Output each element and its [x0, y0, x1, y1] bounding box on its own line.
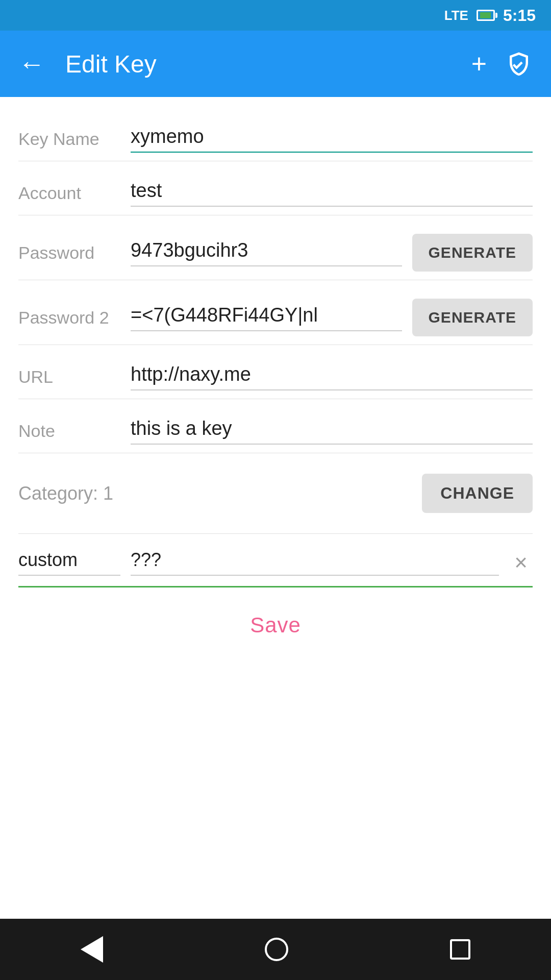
password-input[interactable] — [131, 239, 402, 266]
nav-recent-button[interactable] — [450, 939, 470, 960]
home-circle-icon — [265, 938, 288, 961]
nav-home-button[interactable] — [265, 938, 288, 961]
status-icons: LTE 5:15 — [444, 6, 536, 25]
app-bar-actions: + — [471, 50, 533, 78]
close-custom-button[interactable]: × — [509, 550, 533, 575]
form-content: Key Name Account Password GENERATE Passw… — [0, 97, 551, 663]
password2-label: Password 2 — [18, 308, 120, 328]
custom-field-row: × — [18, 534, 533, 587]
account-row: Account — [18, 161, 533, 215]
note-input[interactable] — [131, 418, 533, 445]
password-input-wrapper — [131, 239, 402, 266]
back-button[interactable]: ← — [18, 51, 45, 77]
status-bar: LTE 5:15 — [0, 0, 551, 31]
account-input-wrapper — [131, 180, 533, 207]
note-input-wrapper — [131, 418, 533, 445]
password-row: Password GENERATE — [18, 215, 533, 280]
note-label: Note — [18, 421, 120, 441]
url-label: URL — [18, 367, 120, 387]
add-button[interactable]: + — [471, 51, 487, 77]
category-row: Category: 1 CHANGE — [18, 453, 533, 534]
battery-icon — [477, 10, 495, 21]
key-name-row: Key Name — [18, 107, 533, 161]
password2-row: Password 2 GENERATE — [18, 280, 533, 345]
shield-icon[interactable] — [505, 50, 533, 78]
generate-password-button[interactable]: GENERATE — [412, 234, 533, 272]
page-title: Edit Key — [65, 50, 456, 78]
battery-fill — [480, 12, 491, 18]
password-label: Password — [18, 243, 120, 263]
custom-key-input[interactable] — [18, 549, 120, 576]
save-button[interactable]: Save — [250, 613, 301, 638]
time-display: 5:15 — [503, 6, 536, 25]
url-input[interactable] — [131, 363, 533, 390]
nav-bar — [0, 919, 551, 980]
note-row: Note — [18, 399, 533, 453]
url-input-wrapper — [131, 363, 533, 390]
custom-value-input[interactable] — [131, 549, 499, 576]
account-input[interactable] — [131, 180, 533, 207]
password2-input[interactable] — [131, 304, 402, 331]
account-label: Account — [18, 183, 120, 203]
key-name-label: Key Name — [18, 129, 120, 149]
key-name-input-wrapper — [131, 126, 533, 153]
app-bar: ← Edit Key + — [0, 31, 551, 97]
save-section: Save — [18, 587, 533, 663]
category-label: Category: 1 — [18, 483, 422, 504]
back-triangle-icon — [81, 936, 103, 963]
url-row: URL — [18, 345, 533, 399]
nav-back-button[interactable] — [81, 936, 103, 963]
change-category-button[interactable]: CHANGE — [422, 474, 533, 513]
key-name-input[interactable] — [131, 126, 533, 153]
lte-icon: LTE — [444, 8, 468, 23]
recent-square-icon — [450, 939, 470, 960]
generate-password2-button[interactable]: GENERATE — [412, 299, 533, 336]
password2-input-wrapper — [131, 304, 402, 331]
